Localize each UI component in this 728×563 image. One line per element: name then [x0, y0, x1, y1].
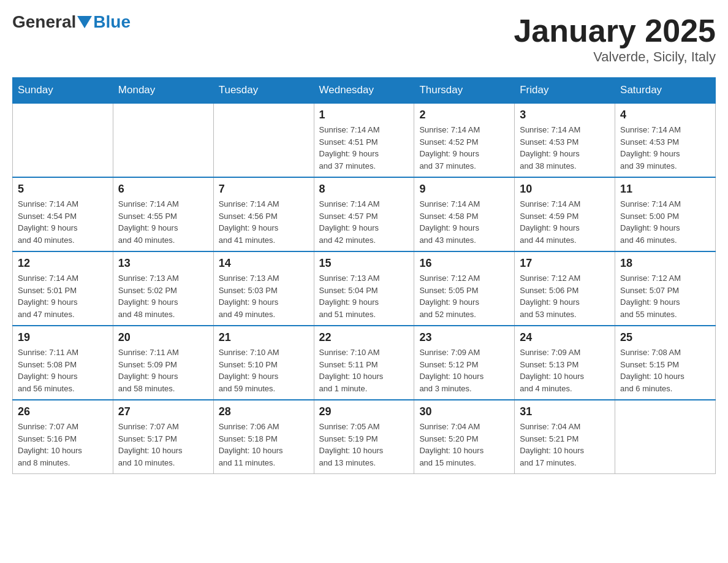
- calendar-cell: 6Sunrise: 7:14 AMSunset: 4:55 PMDaylight…: [113, 177, 213, 251]
- calendar-header-tuesday: Tuesday: [213, 78, 314, 104]
- calendar-week-row-1: 1Sunrise: 7:14 AMSunset: 4:51 PMDaylight…: [13, 103, 716, 177]
- day-info: Sunrise: 7:09 AMSunset: 5:12 PMDaylight:…: [419, 347, 509, 394]
- day-number: 24: [520, 331, 610, 344]
- day-number: 1: [319, 109, 409, 121]
- calendar-cell: 12Sunrise: 7:14 AMSunset: 5:01 PMDayligh…: [13, 251, 113, 326]
- calendar-header-friday: Friday: [515, 78, 615, 104]
- logo-blue-text: Blue: [93, 12, 131, 32]
- day-info: Sunrise: 7:13 AMSunset: 5:04 PMDaylight:…: [319, 272, 409, 320]
- day-info: Sunrise: 7:10 AMSunset: 5:11 PMDaylight:…: [319, 347, 409, 394]
- calendar-cell: 20Sunrise: 7:11 AMSunset: 5:09 PMDayligh…: [113, 326, 213, 400]
- logo-general-text: General: [12, 12, 76, 32]
- calendar-cell: 27Sunrise: 7:07 AMSunset: 5:17 PMDayligh…: [113, 400, 213, 474]
- day-info: Sunrise: 7:14 AMSunset: 4:57 PMDaylight:…: [319, 198, 409, 246]
- day-info: Sunrise: 7:12 AMSunset: 5:05 PMDaylight:…: [419, 272, 509, 320]
- day-info: Sunrise: 7:14 AMSunset: 4:54 PMDaylight:…: [18, 198, 108, 246]
- calendar-cell: 7Sunrise: 7:14 AMSunset: 4:56 PMDaylight…: [213, 177, 314, 251]
- calendar-cell: 18Sunrise: 7:12 AMSunset: 5:07 PMDayligh…: [615, 251, 716, 326]
- day-info: Sunrise: 7:08 AMSunset: 5:15 PMDaylight:…: [620, 347, 710, 394]
- day-number: 2: [419, 109, 509, 121]
- calendar-header-wednesday: Wednesday: [314, 78, 414, 104]
- day-number: 14: [219, 257, 309, 270]
- day-number: 29: [319, 405, 409, 418]
- day-number: 19: [18, 331, 108, 344]
- day-info: Sunrise: 7:10 AMSunset: 5:10 PMDaylight:…: [219, 347, 309, 394]
- day-number: 30: [419, 405, 509, 418]
- day-number: 16: [419, 257, 509, 270]
- calendar-cell: [113, 103, 213, 177]
- calendar-cell: 1Sunrise: 7:14 AMSunset: 4:51 PMDaylight…: [314, 103, 414, 177]
- day-info: Sunrise: 7:07 AMSunset: 5:17 PMDaylight:…: [118, 421, 208, 469]
- calendar-week-row-3: 12Sunrise: 7:14 AMSunset: 5:01 PMDayligh…: [13, 251, 716, 326]
- day-number: 11: [620, 183, 710, 196]
- calendar-week-row-5: 26Sunrise: 7:07 AMSunset: 5:16 PMDayligh…: [13, 400, 716, 474]
- calendar-table: SundayMondayTuesdayWednesdayThursdayFrid…: [12, 77, 716, 474]
- calendar-cell: 24Sunrise: 7:09 AMSunset: 5:13 PMDayligh…: [515, 326, 615, 400]
- calendar-cell: 25Sunrise: 7:08 AMSunset: 5:15 PMDayligh…: [615, 326, 716, 400]
- calendar-cell: 26Sunrise: 7:07 AMSunset: 5:16 PMDayligh…: [13, 400, 113, 474]
- calendar-cell: 11Sunrise: 7:14 AMSunset: 5:00 PMDayligh…: [615, 177, 716, 251]
- calendar-cell: 5Sunrise: 7:14 AMSunset: 4:54 PMDaylight…: [13, 177, 113, 251]
- calendar-week-row-4: 19Sunrise: 7:11 AMSunset: 5:08 PMDayligh…: [13, 326, 716, 400]
- calendar-cell: 19Sunrise: 7:11 AMSunset: 5:08 PMDayligh…: [13, 326, 113, 400]
- calendar-cell: 8Sunrise: 7:14 AMSunset: 4:57 PMDaylight…: [314, 177, 414, 251]
- day-info: Sunrise: 7:13 AMSunset: 5:02 PMDaylight:…: [118, 272, 208, 320]
- calendar-cell: 21Sunrise: 7:10 AMSunset: 5:10 PMDayligh…: [213, 326, 314, 400]
- day-number: 13: [118, 257, 208, 270]
- day-info: Sunrise: 7:12 AMSunset: 5:06 PMDaylight:…: [520, 272, 610, 320]
- calendar-cell: 17Sunrise: 7:12 AMSunset: 5:06 PMDayligh…: [515, 251, 615, 326]
- day-number: 12: [18, 257, 108, 270]
- calendar-cell: 29Sunrise: 7:05 AMSunset: 5:19 PMDayligh…: [314, 400, 414, 474]
- day-info: Sunrise: 7:12 AMSunset: 5:07 PMDaylight:…: [620, 272, 710, 320]
- calendar-cell: 13Sunrise: 7:13 AMSunset: 5:02 PMDayligh…: [113, 251, 213, 326]
- day-number: 17: [520, 257, 610, 270]
- page-header: General Blue January 2025 Valverde, Sici…: [12, 12, 716, 65]
- day-number: 27: [118, 405, 208, 418]
- day-info: Sunrise: 7:14 AMSunset: 4:58 PMDaylight:…: [419, 198, 509, 246]
- day-number: 8: [319, 183, 409, 196]
- calendar-cell: 23Sunrise: 7:09 AMSunset: 5:12 PMDayligh…: [414, 326, 515, 400]
- day-number: 28: [219, 405, 309, 418]
- calendar-cell: 31Sunrise: 7:04 AMSunset: 5:21 PMDayligh…: [515, 400, 615, 474]
- day-info: Sunrise: 7:14 AMSunset: 5:00 PMDaylight:…: [620, 198, 710, 246]
- day-number: 4: [620, 109, 710, 121]
- day-info: Sunrise: 7:14 AMSunset: 4:59 PMDaylight:…: [520, 198, 610, 246]
- day-info: Sunrise: 7:14 AMSunset: 4:53 PMDaylight:…: [520, 124, 610, 172]
- day-info: Sunrise: 7:14 AMSunset: 5:01 PMDaylight:…: [18, 272, 108, 320]
- day-number: 7: [219, 183, 309, 196]
- calendar-week-row-2: 5Sunrise: 7:14 AMSunset: 4:54 PMDaylight…: [13, 177, 716, 251]
- day-info: Sunrise: 7:14 AMSunset: 4:56 PMDaylight:…: [219, 198, 309, 246]
- calendar-cell: 2Sunrise: 7:14 AMSunset: 4:52 PMDaylight…: [414, 103, 515, 177]
- day-info: Sunrise: 7:06 AMSunset: 5:18 PMDaylight:…: [219, 421, 309, 469]
- day-number: 23: [419, 331, 509, 344]
- calendar-cell: 10Sunrise: 7:14 AMSunset: 4:59 PMDayligh…: [515, 177, 615, 251]
- day-number: 5: [18, 183, 108, 196]
- day-number: 3: [520, 109, 610, 121]
- day-info: Sunrise: 7:05 AMSunset: 5:19 PMDaylight:…: [319, 421, 409, 469]
- day-info: Sunrise: 7:14 AMSunset: 4:55 PMDaylight:…: [118, 198, 208, 246]
- day-number: 31: [520, 405, 610, 418]
- day-info: Sunrise: 7:11 AMSunset: 5:09 PMDaylight:…: [118, 347, 208, 394]
- calendar-cell: 14Sunrise: 7:13 AMSunset: 5:03 PMDayligh…: [213, 251, 314, 326]
- calendar-cell: 22Sunrise: 7:10 AMSunset: 5:11 PMDayligh…: [314, 326, 414, 400]
- calendar-header-sunday: Sunday: [13, 78, 113, 104]
- title-section: January 2025 Valverde, Sicily, Italy: [514, 12, 716, 65]
- calendar-cell: 9Sunrise: 7:14 AMSunset: 4:58 PMDaylight…: [414, 177, 515, 251]
- month-title: January 2025: [514, 12, 716, 49]
- day-info: Sunrise: 7:14 AMSunset: 4:52 PMDaylight:…: [419, 124, 509, 172]
- day-number: 18: [620, 257, 710, 270]
- day-info: Sunrise: 7:04 AMSunset: 5:21 PMDaylight:…: [520, 421, 610, 469]
- day-info: Sunrise: 7:14 AMSunset: 4:51 PMDaylight:…: [319, 124, 409, 172]
- day-number: 26: [18, 405, 108, 418]
- calendar-cell: 30Sunrise: 7:04 AMSunset: 5:20 PMDayligh…: [414, 400, 515, 474]
- day-number: 21: [219, 331, 309, 344]
- day-info: Sunrise: 7:11 AMSunset: 5:08 PMDaylight:…: [18, 347, 108, 394]
- calendar-header-thursday: Thursday: [414, 78, 515, 104]
- calendar-cell: [13, 103, 113, 177]
- day-info: Sunrise: 7:07 AMSunset: 5:16 PMDaylight:…: [18, 421, 108, 469]
- calendar-cell: [615, 400, 716, 474]
- day-number: 20: [118, 331, 208, 344]
- calendar-header-saturday: Saturday: [615, 78, 716, 104]
- day-number: 10: [520, 183, 610, 196]
- calendar-cell: 15Sunrise: 7:13 AMSunset: 5:04 PMDayligh…: [314, 251, 414, 326]
